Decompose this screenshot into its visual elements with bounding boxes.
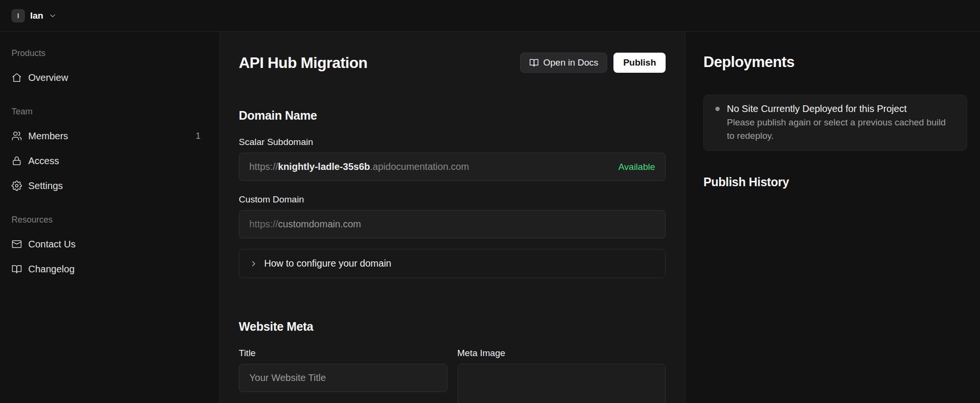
custom-domain-placeholder: customdomain.com [278, 219, 361, 230]
deployments-panel: Deployments No Site Currently Deployed f… [685, 32, 980, 403]
deployments-heading: Deployments [703, 52, 967, 72]
custom-domain-placeholder-prefix: https:// [249, 219, 278, 230]
sidebar-item-label: Contact Us [28, 239, 76, 250]
publish-history-heading: Publish History [703, 174, 967, 190]
sidebar-item-label: Overview [28, 72, 68, 83]
status-dot-icon [715, 107, 720, 111]
custom-domain-input[interactable]: https://customdomain.com [239, 210, 666, 238]
subdomain-prefix: https:// [249, 161, 278, 172]
main-content: API Hub Migration Open in Docs Publish D… [220, 32, 685, 403]
topbar: I Ian [0, 0, 980, 32]
workspace-switcher[interactable]: I Ian [11, 9, 57, 22]
users-icon [11, 131, 22, 141]
subdomain-availability-status: Available [618, 162, 655, 172]
book-icon [11, 264, 22, 274]
sidebar-item-label: Changelog [28, 264, 75, 275]
members-count-badge: 1 [196, 131, 200, 141]
open-in-docs-label: Open in Docs [543, 57, 598, 68]
sidebar-item-changelog[interactable]: Changelog [11, 257, 200, 281]
sidebar-section-team: Team Members 1 Access [11, 105, 200, 198]
sidebar-section-products: Products Overview [11, 47, 200, 90]
sidebar-item-members[interactable]: Members 1 [11, 123, 200, 148]
sidebar-section-label: Team [11, 105, 200, 118]
sidebar-item-label: Access [28, 156, 59, 167]
configure-domain-label: How to configure your domain [264, 258, 391, 269]
sidebar-section-label: Resources [11, 213, 200, 226]
chevron-right-icon [249, 259, 258, 268]
sidebar-item-settings[interactable]: Settings [11, 173, 200, 198]
sidebar-section-label: Products [11, 47, 200, 59]
deployment-status-card: No Site Currently Deployed for this Proj… [703, 95, 967, 151]
custom-domain-label: Custom Domain [239, 194, 666, 205]
sidebar-section-resources: Resources Contact Us Changelog [11, 213, 200, 281]
sidebar: Products Overview Team Members 1 [0, 32, 220, 403]
chevron-down-icon [48, 11, 57, 20]
configure-domain-disclosure[interactable]: How to configure your domain [239, 249, 666, 278]
app-body: Products Overview Team Members 1 [0, 32, 980, 403]
sidebar-item-access[interactable]: Access [11, 148, 200, 173]
subdomain-name: knightly-ladle-35s6b [278, 161, 370, 172]
meta-image-upload-box[interactable] [457, 364, 666, 403]
website-meta-heading: Website Meta [239, 318, 666, 335]
scalar-subdomain-label: Scalar Subdomain [239, 136, 666, 148]
meta-image-label: Meta Image [457, 347, 666, 359]
gear-icon [11, 180, 22, 191]
mail-icon [11, 239, 22, 249]
sidebar-item-label: Members [28, 131, 68, 142]
deployment-status-title: No Site Currently Deployed for this Proj… [727, 102, 952, 115]
main-header: API Hub Migration Open in Docs Publish [239, 53, 666, 73]
open-in-docs-button[interactable]: Open in Docs [520, 53, 607, 73]
website-title-input[interactable] [239, 364, 447, 392]
scalar-subdomain-field[interactable]: https://knightly-ladle-35s6b.apidocument… [239, 153, 666, 181]
home-icon [11, 72, 22, 83]
lock-icon [11, 156, 22, 166]
title-label: Title [239, 347, 447, 359]
sidebar-item-overview[interactable]: Overview [11, 65, 200, 90]
sidebar-item-label: Settings [28, 180, 63, 191]
app-root: I Ian Products Overview Team [0, 0, 980, 403]
sidebar-item-contact-us[interactable]: Contact Us [11, 232, 200, 257]
domain-name-heading: Domain Name [239, 107, 666, 123]
workspace-name: Ian [30, 11, 43, 21]
deployment-status-text: No Site Currently Deployed for this Proj… [727, 102, 952, 143]
workspace-avatar: I [11, 9, 25, 22]
deployment-status-description: Please publish again or select a previou… [727, 116, 952, 143]
publish-button[interactable]: Publish [613, 53, 666, 73]
header-actions: Open in Docs Publish [520, 53, 666, 73]
page-title: API Hub Migration [239, 54, 368, 72]
website-meta-grid: Title Meta Image [239, 335, 666, 403]
subdomain-suffix: .apidocumentation.com [370, 161, 469, 172]
book-open-icon [529, 58, 539, 67]
